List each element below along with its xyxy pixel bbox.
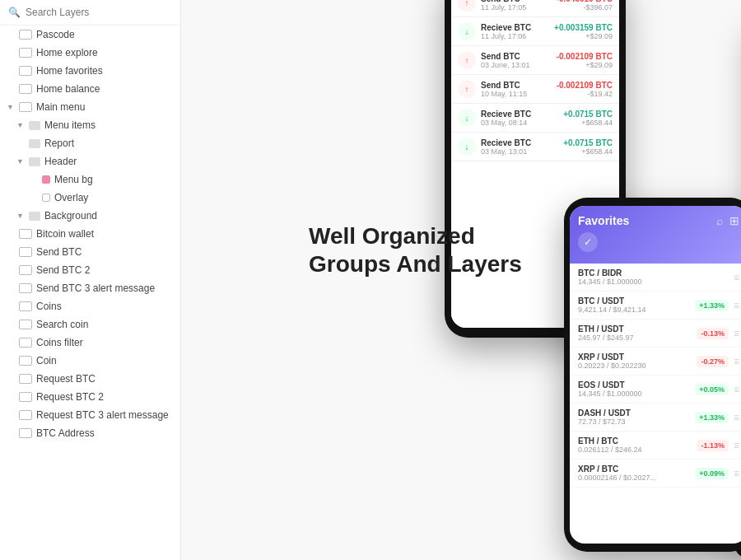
layer-label: Request BTC 2 [36, 391, 104, 403]
check-icon: ✓ [578, 232, 598, 252]
layer-item-overlay[interactable]: Overlay [0, 189, 180, 207]
coin-pair: BTC / USDT [578, 296, 695, 306]
layer-label: Background [44, 210, 97, 222]
coin-info: XRP / USDT0.20223 / $0.202230 [578, 352, 697, 370]
tx-date: 03 May, 13:01 [481, 147, 558, 156]
coin-price: 72.73 / $72.73 [578, 418, 695, 426]
coin-row[interactable]: ETH / BTC0.026112 / $246.24-1.13%≡ [570, 432, 741, 460]
layer-type-icon [29, 157, 40, 166]
layer-label: Menu bg [54, 174, 93, 185]
coin-menu-icon[interactable]: ≡ [734, 412, 739, 423]
layer-item-send-btc-3[interactable]: Send BTC 3 alert message [0, 279, 180, 297]
coin-pair: DASH / USDT [578, 408, 695, 418]
coin-row[interactable]: BTC / BIDR14,345 / $1.000000≡ [570, 264, 741, 292]
layer-item-send-btc-2[interactable]: Send BTC 2 [0, 261, 180, 279]
layer-item-home-balance[interactable]: Home balance [0, 80, 180, 98]
transaction-item[interactable]: ↑Send BTC11 July, 17:05-0.043010 BTC-$39… [451, 0, 619, 17]
layer-item-header[interactable]: ▼Header [0, 152, 180, 170]
layer-item-request-btc[interactable]: Request BTC [0, 370, 180, 388]
tx-usd: +$29.09 [557, 61, 613, 69]
coin-row[interactable]: ETH / USDT245.97 / $245.97-0.13%≡ [570, 320, 741, 348]
tx-usd: -$19.42 [557, 90, 613, 98]
receive-icon: ↓ [458, 109, 476, 127]
layer-label: Main menu [36, 101, 85, 113]
transaction-item[interactable]: ↑Send BTC10 May, 11:15-0.002109 BTC-$19.… [451, 75, 619, 104]
transaction-item[interactable]: ↑Send BTC03 June, 13:01-0.002109 BTC+$29… [451, 46, 619, 75]
layer-type-icon [42, 175, 50, 184]
tx-date: 03 May, 08:14 [481, 119, 558, 127]
chevron-icon: ▼ [16, 157, 25, 166]
coin-menu-icon[interactable]: ≡ [734, 468, 739, 479]
layer-label: BTC Address [36, 427, 95, 439]
layer-item-coin[interactable]: Coin [0, 352, 180, 370]
chevron-icon: ▼ [16, 121, 25, 129]
coin-pair: EOS / USDT [578, 380, 695, 390]
layer-type-icon [19, 84, 32, 94]
coin-menu-icon[interactable]: ≡ [734, 356, 739, 367]
layer-item-request-btc-2[interactable]: Request BTC 2 [0, 388, 180, 406]
transaction-item[interactable]: ↓Recieve BTC03 May, 13:01+0.0715 BTC+$65… [451, 133, 619, 161]
layer-label: Request BTC 3 alert message [36, 409, 169, 421]
coin-info: ETH / BTC0.026112 / $246.24 [578, 436, 697, 454]
send-icon: ↑ [458, 80, 476, 98]
layer-item-menu-bg[interactable]: Menu bg [0, 170, 180, 189]
coin-price: 14,345 / $1.000000 [578, 390, 695, 398]
coin-menu-icon[interactable]: ≡ [734, 272, 739, 283]
layer-item-home-favorites[interactable]: Home favorites [0, 62, 180, 80]
tx-info: Send BTC11 July, 17:05 [481, 0, 552, 12]
layer-item-coins-filter[interactable]: Coins filter [0, 334, 180, 352]
coin-menu-icon[interactable]: ≡ [734, 328, 739, 339]
coin-row[interactable]: DASH / USDT72.73 / $72.73+1.33%≡ [570, 404, 741, 432]
coin-price: 245.97 / $245.97 [578, 334, 697, 342]
search-icon[interactable]: ⌕ [716, 214, 723, 227]
tx-amount: +0.003159 BTC+$29.09 [554, 23, 613, 40]
coin-row[interactable]: BTC / USDT9,421.14 / $9,421.14+1.33%≡ [570, 292, 741, 320]
layer-label: Overlay [54, 192, 88, 203]
transaction-item[interactable]: ↓Recieve BTC11 July, 17:06+0.003159 BTC+… [451, 17, 619, 46]
coin-info: XRP / BTC0.00002146 / $0.2027... [578, 464, 695, 482]
layer-item-pascode[interactable]: Pascode [0, 26, 180, 44]
layer-item-background[interactable]: ▼Background [0, 207, 180, 225]
layer-item-home-explore[interactable]: Home explore [0, 44, 180, 62]
transaction-list: ↑Send BTC11 July, 17:05-0.043010 BTC-$39… [451, 0, 619, 165]
layer-label: Home explore [36, 47, 98, 58]
coin-row[interactable]: EOS / USDT14,345 / $1.000000+0.05%≡ [570, 376, 741, 404]
coin-row[interactable]: XRP / BTC0.00002146 / $0.2027...+0.09%≡ [570, 460, 741, 488]
layer-item-search-coin[interactable]: Search coin [0, 315, 180, 334]
layer-item-coins[interactable]: Coins [0, 297, 180, 315]
center-heading: Well Organized Groups And Layers [309, 222, 522, 278]
layer-item-menu-items[interactable]: ▼Menu items [0, 116, 180, 134]
layer-item-main-menu[interactable]: ▼Main menu [0, 98, 180, 116]
search-bar[interactable]: 🔍 [0, 0, 180, 26]
coin-menu-icon[interactable]: ≡ [734, 300, 739, 311]
layer-type-icon [19, 265, 32, 275]
coin-price: 0.026112 / $246.24 [578, 446, 697, 454]
search-input[interactable] [26, 7, 172, 18]
coin-pair: ETH / USDT [578, 324, 697, 334]
layer-item-send-btc[interactable]: Send BTC [0, 243, 180, 261]
tx-btc: +0.003159 BTC [554, 23, 613, 32]
chevron-icon: ▼ [16, 212, 25, 220]
tx-amount: +0.0715 BTC+$658.44 [563, 138, 613, 156]
tx-date: 11 July, 17:05 [481, 3, 552, 12]
coin-row[interactable]: XRP / USDT0.20223 / $0.202230-0.27%≡ [570, 348, 741, 376]
layer-item-report[interactable]: Report [0, 134, 180, 152]
coin-badge: +1.33% [695, 412, 729, 423]
layer-label: Bitcoin wallet [36, 228, 94, 240]
coin-info: BTC / USDT9,421.14 / $9,421.14 [578, 296, 695, 314]
layer-item-btc-address[interactable]: BTC Address [0, 424, 180, 442]
layer-type-icon [19, 30, 32, 40]
layer-item-bitcoin-wallet[interactable]: Bitcoin wallet [0, 225, 180, 243]
coin-menu-icon[interactable]: ≡ [734, 384, 739, 395]
coin-menu-icon[interactable]: ≡ [734, 440, 739, 451]
layer-item-request-btc-3[interactable]: Request BTC 3 alert message [0, 406, 180, 424]
tx-info: Send BTC03 June, 13:01 [481, 52, 552, 69]
fav-header: Favorites ⌕ ⊞ ✓ [570, 206, 741, 264]
tx-info: Send BTC10 May, 11:15 [481, 81, 552, 98]
transaction-item[interactable]: ↓Recieve BTC03 May, 08:14+0.0715 BTC+$65… [451, 104, 619, 133]
fav-balance: ✓ [578, 232, 739, 252]
receive-icon: ↓ [458, 138, 476, 156]
tx-btc: -0.002109 BTC [557, 52, 613, 61]
layer-type-icon [19, 301, 32, 311]
grid-icon[interactable]: ⊞ [729, 214, 739, 227]
